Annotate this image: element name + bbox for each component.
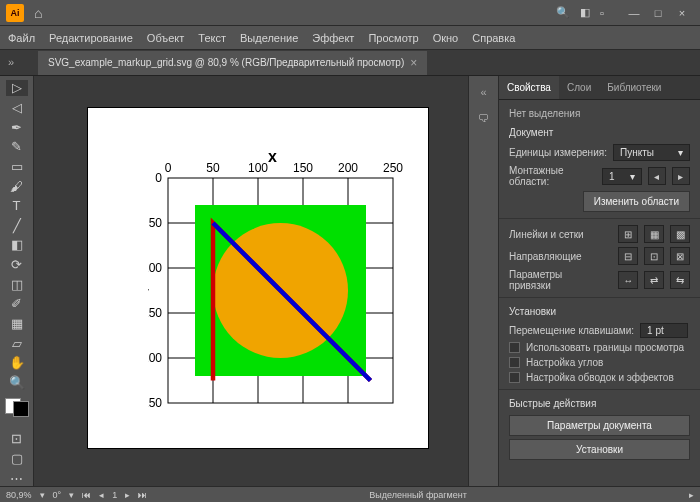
brush-tool[interactable]: 🖌 [6,178,28,194]
svg-text:200: 200 [338,161,358,175]
rulers-label: Линейки и сетки [509,229,584,240]
svg-text:50: 50 [149,216,163,230]
menu-edit[interactable]: Редактирование [49,32,133,44]
tab-properties[interactable]: Свойства [499,76,559,99]
prev-artboard-button[interactable]: ◂ [648,167,666,185]
key-inc-label: Перемещение клавишами: [509,325,634,336]
pen-tool[interactable]: ✒ [6,119,28,135]
gradient-tool[interactable]: ▦ [6,316,28,332]
svg-text:250: 250 [148,396,162,410]
expand-panel-icon[interactable]: « [480,86,486,98]
color-swatches[interactable] [5,398,29,417]
ruler-toggle[interactable]: ⊞ [618,225,638,243]
next-artboard-button[interactable]: ▸ [672,167,690,185]
menu-object[interactable]: Объект [147,32,184,44]
artboard[interactable]: x y 050100150200250 050100150200250 [88,108,428,448]
transparency-grid-toggle[interactable]: ▩ [670,225,690,243]
direct-selection-tool[interactable]: ◁ [6,100,28,116]
menu-help[interactable]: Справка [472,32,515,44]
doc-setup-button[interactable]: Параметры документа [509,415,690,436]
edit-toolbar[interactable]: ⋯ [6,470,28,486]
y-tick-labels: 050100150200250 [148,171,162,410]
eyedropper-tool[interactable]: ✐ [6,296,28,312]
svg-text:50: 50 [206,161,220,175]
shape-builder-tool[interactable]: ◫ [6,276,28,292]
maximize-button[interactable]: □ [646,3,670,23]
menu-select[interactable]: Выделение [240,32,298,44]
artboards-dropdown[interactable]: 1▾ [602,168,642,185]
scale-corners-label: Настройка углов [526,357,603,368]
svg-text:250: 250 [383,161,403,175]
scale-corners-checkbox[interactable] [509,357,520,368]
arrange-icon[interactable]: ◧ [580,6,590,19]
menu-effect[interactable]: Эффект [312,32,354,44]
snap-grid[interactable]: ⇄ [644,271,664,289]
home-icon[interactable]: ⌂ [34,5,42,21]
selection-tool[interactable]: ▷ [6,80,28,96]
menu-file[interactable]: Файл [8,32,35,44]
key-inc-input[interactable]: 1 pt [640,323,688,338]
menu-window[interactable]: Окно [433,32,459,44]
line-tool[interactable]: ╱ [6,217,28,233]
close-button[interactable]: × [670,3,694,23]
rectangle-tool[interactable]: ▭ [6,159,28,175]
search-icon[interactable]: 🔍 [556,6,570,19]
document-section: Документ [509,127,690,138]
zoom-level[interactable]: 80,9% [6,490,32,500]
app-logo: Ai [6,4,24,22]
next-artboard-status[interactable]: ▸ [125,490,130,500]
menu-view[interactable]: Просмотр [368,32,418,44]
quick-actions-section: Быстрые действия [509,398,690,409]
no-selection-label: Нет выделения [509,108,690,119]
snap-point[interactable]: ↔ [618,271,638,289]
prefs-section: Установки [509,306,690,317]
first-artboard-button[interactable]: ⏮ [82,490,91,500]
grid-toggle[interactable]: ▦ [644,225,664,243]
doc-list-icon[interactable]: » [8,56,14,68]
comments-icon[interactable]: 🗨 [478,112,489,124]
use-preview-checkbox[interactable] [509,342,520,353]
svg-text:150: 150 [148,306,162,320]
use-preview-label: Использовать границы просмотра [526,342,684,353]
guides-visible[interactable]: ⊟ [618,247,638,265]
menu-text[interactable]: Текст [198,32,226,44]
svg-text:150: 150 [293,161,313,175]
snap-label: Параметры привязки [509,269,606,291]
edit-artboards-button[interactable]: Изменить области [583,191,690,212]
tab-title: SVG_example_markup_grid.svg @ 80,9 % (RG… [48,57,404,68]
curvature-tool[interactable]: ✎ [6,139,28,155]
x-axis-title: x [268,148,277,165]
svg-text:100: 100 [248,161,268,175]
scale-strokes-checkbox[interactable] [509,372,520,383]
snap-pixel[interactable]: ⇆ [670,271,690,289]
x-tick-labels: 050100150200250 [165,161,404,175]
guides-label: Направляющие [509,251,582,262]
artboard-index[interactable]: 1 [112,490,117,500]
smart-guides[interactable]: ⊠ [670,247,690,265]
prev-artboard-status[interactable]: ◂ [99,490,104,500]
tab-close-icon[interactable]: × [410,56,417,70]
rotate-view[interactable]: 0° [53,490,62,500]
workspace-icon[interactable]: ▫ [600,7,604,19]
svg-text:0: 0 [155,171,162,185]
tab-layers[interactable]: Слои [559,76,599,99]
preferences-button[interactable]: Установки [509,439,690,460]
tab-libraries[interactable]: Библиотеки [599,76,669,99]
zoom-tool[interactable]: 🔍 [6,375,28,391]
guides-lock[interactable]: ⊡ [644,247,664,265]
svg-content: x y 050100150200250 050100150200250 [148,148,418,428]
units-label: Единицы измерения: [509,147,607,158]
eraser-tool[interactable]: ◧ [6,237,28,253]
scale-strokes-label: Настройка обводок и эффектов [526,372,674,383]
last-artboard-button[interactable]: ⏭ [138,490,147,500]
units-dropdown[interactable]: Пункты▾ [613,144,690,161]
document-tab[interactable]: SVG_example_markup_grid.svg @ 80,9 % (RG… [38,51,427,75]
type-tool[interactable]: T [6,198,28,214]
rotate-tool[interactable]: ⟳ [6,257,28,273]
screen-mode[interactable]: ▢ [6,451,28,467]
hand-tool[interactable]: ✋ [6,355,28,371]
draw-mode[interactable]: ⊡ [6,431,28,447]
artboard-tool[interactable]: ▱ [6,335,28,351]
svg-text:0: 0 [165,161,172,175]
minimize-button[interactable]: — [622,3,646,23]
